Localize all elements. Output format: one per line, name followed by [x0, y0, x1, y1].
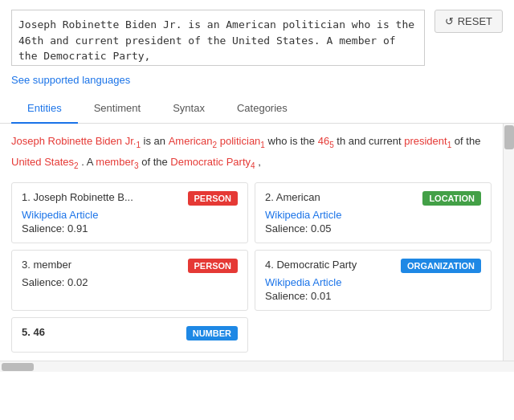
reset-icon: ↺ [445, 15, 454, 27]
supported-languages-link[interactable]: See supported languages [11, 74, 130, 86]
reset-button[interactable]: ↺ RESET [434, 10, 503, 33]
entity-3-salience: Salience: 0.02 [22, 276, 238, 288]
entity-5-badge: NUMBER [186, 326, 238, 340]
entities-grid: 1. Joseph Robinette B... PERSON Wikipedi… [11, 182, 492, 353]
entity-5-name: 5. 46 [22, 326, 45, 338]
tab-syntax[interactable]: Syntax [157, 94, 221, 124]
top-section: ↺ RESET [0, 0, 514, 72]
tab-sentiment[interactable]: Sentiment [78, 94, 157, 124]
main-content: Joseph Robinette Biden Jr.1 is an Americ… [0, 124, 514, 361]
entity-2-badge: LOCATION [422, 191, 481, 206]
entity-card-1: 1. Joseph Robinette B... PERSON Wikipedi… [11, 182, 248, 243]
entity-member: member [96, 156, 134, 168]
entity-us: United States [11, 156, 74, 168]
entity-card-2: 2. American LOCATION Wikipedia Article S… [255, 182, 492, 243]
entity-3-name: 3. member [22, 259, 71, 271]
entity-card-4: 4. Democratic Party ORGANIZATION Wikiped… [255, 250, 492, 311]
entity-1-salience: Salience: 0.91 [22, 222, 238, 234]
entity-president: president [404, 135, 447, 147]
entity-democratic-party: Democratic Party [170, 156, 251, 168]
entity-4-name: 4. Democratic Party [265, 259, 357, 271]
vertical-scrollbar[interactable] [503, 124, 514, 361]
content-area: Joseph Robinette Biden Jr.1 is an Americ… [0, 124, 503, 361]
entity-card-3: 3. member PERSON Salience: 0.02 [11, 250, 248, 311]
entity-1-name: 1. Joseph Robinette B... [22, 191, 133, 203]
entity-american: American [169, 135, 213, 147]
h-scrollbar-thumb[interactable] [2, 363, 34, 371]
scrollbar-thumb[interactable] [504, 125, 514, 149]
tab-categories[interactable]: Categories [221, 94, 304, 124]
entity-4-wiki-link[interactable]: Wikipedia Article [265, 276, 481, 288]
horizontal-scrollbar[interactable] [0, 361, 514, 372]
entity-card-5: 5. 46 NUMBER [11, 317, 248, 353]
entity-4-badge: ORGANIZATION [401, 259, 481, 273]
entity-card-3-header: 3. member PERSON [22, 259, 238, 273]
entity-card-1-header: 1. Joseph Robinette B... PERSON [22, 191, 238, 206]
reset-label: RESET [458, 15, 492, 27]
entity-46: 46 [318, 135, 329, 147]
entity-1-wiki-link[interactable]: Wikipedia Article [22, 209, 238, 221]
entity-2-name: 2. American [265, 191, 320, 203]
tabs-container: Entities Sentiment Syntax Categories [0, 94, 514, 124]
entity-card-2-header: 2. American LOCATION [265, 191, 481, 206]
entity-3-badge: PERSON [188, 259, 238, 273]
entity-1-badge: PERSON [188, 191, 238, 206]
tab-entities[interactable]: Entities [11, 94, 78, 124]
entity-2-salience: Salience: 0.05 [265, 222, 481, 234]
entity-card-4-header: 4. Democratic Party ORGANIZATION [265, 259, 481, 273]
supported-languages-section: See supported languages [0, 72, 514, 94]
entity-4-salience: Salience: 0.01 [265, 290, 481, 302]
annotated-text: Joseph Robinette Biden Jr.1 is an Americ… [11, 132, 492, 173]
entity-2-wiki-link[interactable]: Wikipedia Article [265, 209, 481, 221]
text-input[interactable] [11, 10, 425, 66]
entity-card-5-header: 5. 46 NUMBER [22, 326, 238, 340]
entity-politician: politician [220, 135, 261, 147]
entity-biden: Joseph Robinette Biden Jr. [11, 135, 136, 147]
